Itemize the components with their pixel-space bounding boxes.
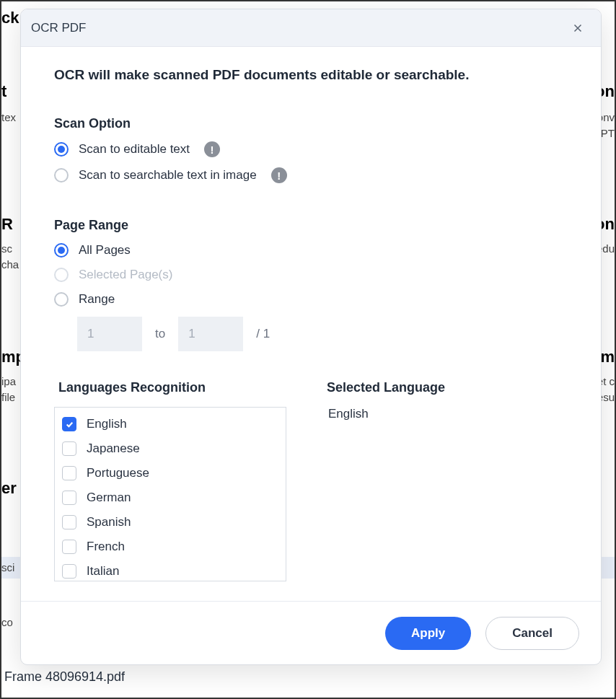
dialog-footer: Apply Cancel xyxy=(21,601,601,664)
radio-indicator xyxy=(54,268,69,282)
radio-scan-searchable[interactable]: Scan to searchable text in image ! xyxy=(54,167,568,183)
checkbox xyxy=(62,441,76,456)
radio-label: Range xyxy=(79,292,115,307)
radio-label: Selected Page(s) xyxy=(79,268,172,282)
language-option[interactable]: Spanish xyxy=(55,510,286,535)
language-option[interactable]: Portuguese xyxy=(55,461,286,485)
language-label: Portuguese xyxy=(87,466,149,480)
language-label: English xyxy=(87,417,127,431)
checkbox xyxy=(62,466,76,480)
radio-indicator xyxy=(54,142,69,157)
range-total: / 1 xyxy=(256,327,270,341)
radio-label: Scan to searchable text in image xyxy=(79,168,257,183)
language-option[interactable]: French xyxy=(55,535,286,559)
filename-label: Frame 48096914.pdf xyxy=(4,669,125,685)
language-option[interactable]: Japanese xyxy=(55,436,286,461)
languages-listbox[interactable]: EnglishJapanesePortugueseGermanSpanishFr… xyxy=(54,407,286,581)
language-option[interactable]: German xyxy=(55,485,286,510)
radio-indicator xyxy=(54,168,69,183)
languages-title: Languages Recognition xyxy=(58,380,286,395)
languages-section: Languages Recognition EnglishJapanesePor… xyxy=(54,380,568,581)
language-option[interactable]: English xyxy=(55,412,286,436)
selected-language-value: English xyxy=(328,407,568,421)
apply-button[interactable]: Apply xyxy=(385,617,471,650)
range-inputs: 1 to 1 / 1 xyxy=(77,317,568,351)
dialog-header: OCR PDF xyxy=(21,9,601,47)
checkmark-icon xyxy=(65,420,74,429)
scan-option-title: Scan Option xyxy=(54,116,568,131)
radio-selected-pages: Selected Page(s) xyxy=(54,268,568,282)
dialog-body: OCR will make scanned PDF documents edit… xyxy=(21,47,601,601)
radio-indicator xyxy=(54,292,69,307)
checkbox xyxy=(62,515,76,529)
language-label: Spanish xyxy=(87,515,131,529)
radio-label: All Pages xyxy=(79,243,131,258)
language-label: Italian xyxy=(87,564,119,579)
checkbox xyxy=(62,491,76,505)
range-to-label: to xyxy=(155,327,165,341)
radio-label: Scan to editable text xyxy=(79,142,190,157)
range-to-input[interactable]: 1 xyxy=(178,317,243,351)
ocr-pdf-dialog: OCR PDF OCR will make scanned PDF docume… xyxy=(20,9,602,665)
language-label: German xyxy=(87,491,131,505)
radio-all-pages[interactable]: All Pages xyxy=(54,243,568,258)
range-from-input[interactable]: 1 xyxy=(77,317,142,351)
radio-indicator xyxy=(54,243,69,258)
info-icon[interactable]: ! xyxy=(204,141,220,157)
language-label: French xyxy=(87,540,125,554)
language-option[interactable]: Italian xyxy=(55,559,286,581)
close-button[interactable] xyxy=(568,18,588,38)
page-range-title: Page Range xyxy=(54,218,568,233)
checkbox xyxy=(62,540,76,554)
language-label: Japanese xyxy=(87,441,140,456)
checkbox xyxy=(62,564,76,579)
close-icon xyxy=(571,22,584,35)
dialog-description: OCR will make scanned PDF documents edit… xyxy=(54,67,568,83)
radio-scan-editable[interactable]: Scan to editable text ! xyxy=(54,141,568,157)
checkbox xyxy=(62,417,76,431)
selected-language-title: Selected Language xyxy=(327,380,568,395)
cancel-button[interactable]: Cancel xyxy=(485,617,579,650)
radio-range[interactable]: Range xyxy=(54,292,568,307)
info-icon[interactable]: ! xyxy=(271,167,287,183)
dialog-title: OCR PDF xyxy=(31,21,87,35)
